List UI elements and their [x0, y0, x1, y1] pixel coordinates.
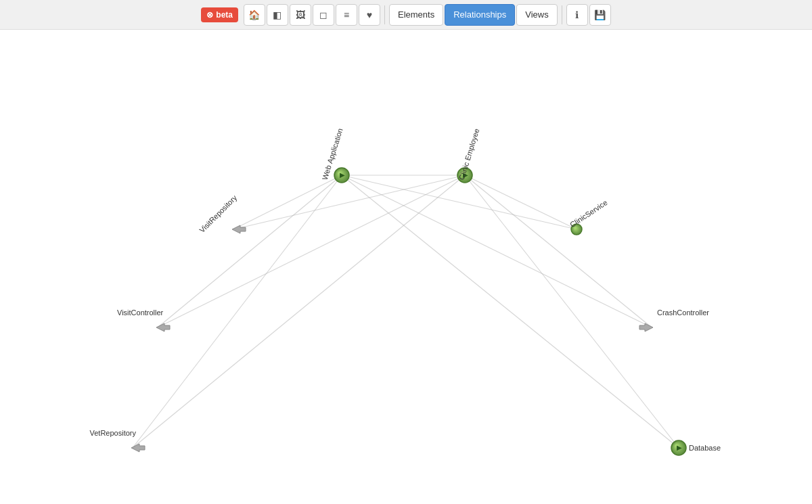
- box-button[interactable]: ◻: [313, 4, 334, 26]
- home-button[interactable]: 🏠: [244, 4, 265, 26]
- relationships-button[interactable]: Relationships: [445, 4, 515, 26]
- canvas: [0, 30, 812, 504]
- elements-button[interactable]: Elements: [389, 4, 443, 26]
- graph-canvas: [0, 30, 812, 504]
- beta-label: beta: [216, 10, 233, 20]
- image-button[interactable]: 🖼: [290, 4, 311, 26]
- beta-badge: ⊗ beta: [201, 7, 238, 22]
- info-button[interactable]: ℹ: [566, 4, 588, 26]
- layer-button[interactable]: ◧: [267, 4, 288, 26]
- views-button[interactable]: Views: [516, 4, 557, 26]
- toolbar-separator2: [562, 5, 562, 24]
- toolbar: ⊗ beta 🏠 ◧ 🖼 ◻ ≡ ♥ Elements Relationship…: [0, 0, 812, 30]
- beta-icon: ⊗: [206, 10, 213, 20]
- save-button[interactable]: 💾: [589, 4, 611, 26]
- list-button[interactable]: ≡: [336, 4, 357, 26]
- toolbar-separator: [384, 5, 385, 24]
- heart-button[interactable]: ♥: [359, 4, 380, 26]
